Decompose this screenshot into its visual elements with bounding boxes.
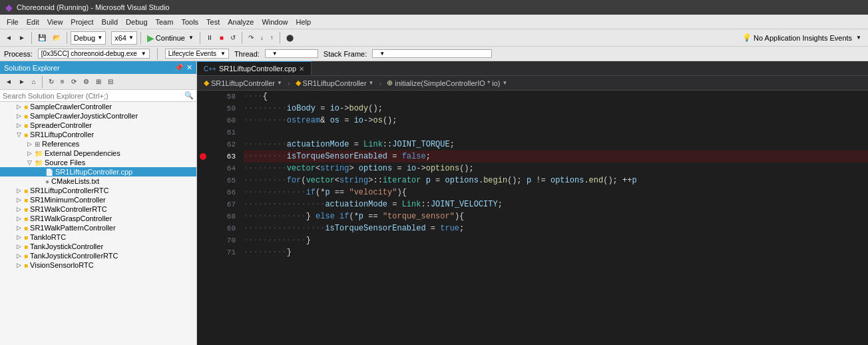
se-expand[interactable]: ⊞ [93,77,104,87]
expand-icon[interactable]: ▽ [13,131,24,138]
arch-dropdown[interactable]: x64 ▼ [111,31,137,45]
toolbar-restart[interactable]: ↺ [228,33,238,43]
expand-icon[interactable]: ▽ [24,159,35,166]
se-refresh[interactable]: ⟳ [69,77,79,87]
toolbar-forward[interactable]: ► [16,33,28,43]
toolbar-back[interactable]: ◄ [3,33,15,43]
se-home[interactable]: ⌂ [29,77,39,87]
menu-edit[interactable]: Edit [23,17,43,27]
debug-mode-dropdown[interactable]: Debug ▼ [71,31,106,45]
expand-icon[interactable]: ▷ [24,150,35,157]
list-item[interactable]: ▷ 📁 External Dependencies [0,149,196,158]
list-item[interactable]: ▷ ■ VisionSensorloRTC [0,260,196,270]
close-button[interactable]: ✕ [186,63,192,72]
dots: ········· [244,115,287,127]
code-token: (* [316,186,325,198]
menu-build[interactable]: Build [98,17,122,27]
se-forward[interactable]: ► [16,77,28,87]
list-item[interactable]: ▷ ■ SampleCrawlerJoystickController [0,111,196,121]
tab-close[interactable]: ✕ [299,65,304,73]
se-filter[interactable]: ≡ [58,77,67,87]
menu-project[interactable]: Project [67,17,97,27]
menu-tools[interactable]: Tools [177,17,202,27]
expand-icon[interactable]: ▷ [13,206,24,212]
expand-icon[interactable]: ▷ [24,141,35,147]
list-item[interactable]: ▷ ■ SR1WalkGraspController [0,214,196,223]
toolbar-step-over[interactable]: ↷ [246,33,256,43]
list-item[interactable]: ▷ ■ SR1LiftupControllerRTC [0,186,196,195]
toolbar-breakpoints[interactable]: ⬤ [284,33,296,43]
toolbar-step-into[interactable]: ↓ [258,33,266,43]
expand-icon[interactable]: ▷ [13,262,24,268]
list-item[interactable]: 📄 SR1LiftupController.cpp [0,167,196,176]
toolbar-pause[interactable]: ⏸ [204,33,216,43]
toolbar-stop[interactable]: ■ [217,33,226,43]
menu-test[interactable]: Test [202,17,224,27]
item-label: TankloRTC [30,233,196,241]
list-item[interactable]: ● CMakeLists.txt [0,176,196,186]
process-dropdown[interactable]: [0x35CC] choreonoid-debug.exe ▼ [38,49,150,59]
continue-button[interactable]: ▶ Continue ▼ [144,31,196,45]
lifecycle-dropdown[interactable]: Lifecycle Events ▼ [165,49,229,59]
code-lines[interactable]: ····{ ·········ioBody = io->body(); ····… [241,91,868,345]
list-item[interactable]: ▷ ■ SampleCrawlerController [0,102,196,111]
se-collapse[interactable]: ⊟ [105,77,116,87]
list-item[interactable]: ▷ ⊞ References [0,139,196,149]
breadcrumb-member[interactable]: ◆ SR1LiftupController ▼ [293,78,377,88]
expand-icon[interactable]: ▷ [13,234,24,240]
list-item[interactable]: ▷ ■ SR1WalkControllerRTC [0,204,196,214]
expand-icon[interactable]: ▷ [13,224,24,231]
insights-button[interactable]: 💡 No Application Insights Events ▼ [738,32,865,43]
expand-icon[interactable]: ▷ [13,215,24,222]
expand-icon[interactable]: ▷ [13,243,24,250]
list-item[interactable]: ▽ 📁 Source Files [0,158,196,167]
stackframe-dropdown[interactable]: ▼ [372,49,492,58]
code-token: options [426,163,459,174]
toolbar-step-out[interactable]: ↑ [268,33,276,43]
list-item[interactable]: ▷ ■ TankJoystickController [0,242,196,251]
expand-icon[interactable]: ▷ [13,113,24,119]
code-token: "torque_sensor" [383,210,455,222]
editor-tab[interactable]: C++ SR1LiftupController.cpp ✕ [197,61,312,75]
toolbar-save[interactable]: 💾 [35,33,49,43]
continue-label: Continue [156,34,185,42]
gutter-line-65 [197,174,209,186]
breadcrumb-class-arrow[interactable]: ▼ [277,80,282,86]
menu-team[interactable]: Team [152,17,178,27]
se-back[interactable]: ◄ [3,77,15,87]
breadcrumb-method-arrow[interactable]: ▼ [503,80,508,86]
menu-view[interactable]: View [43,17,67,27]
expand-icon[interactable]: ▷ [13,196,24,203]
breadcrumb-member-arrow[interactable]: ▼ [369,80,374,86]
menu-help[interactable]: Help [292,17,316,27]
gutter-line-70 [197,234,209,246]
menu-analyze[interactable]: Analyze [224,17,258,27]
list-item[interactable]: ▷ ■ TankloRTC [0,232,196,242]
list-item[interactable]: ▷ ■ SpreaderController [0,121,196,130]
list-item[interactable]: ▷ ■ TankJoystickControllerRTC [0,251,196,260]
expand-icon[interactable]: ▷ [13,103,24,110]
expand-icon[interactable]: ▷ [13,122,24,129]
menu-file[interactable]: File [3,17,23,27]
dots: ············· [244,234,306,246]
expand-icon[interactable]: ▷ [13,252,24,259]
breadcrumb-class[interactable]: ◆ SR1LiftupController ▼ [201,78,285,88]
thread-dropdown[interactable]: ▼ [265,49,318,58]
expand-icon[interactable]: ▷ [13,187,24,194]
code-line-71: ·········} [244,246,868,258]
search-input[interactable] [3,92,184,100]
gutter-line-66 [197,186,209,198]
se-sync[interactable]: ↻ [46,77,57,87]
breadcrumb-method[interactable]: ⊕ initialize(SimpleControllerIO * io) ▼ [384,78,510,88]
search-icon[interactable]: 🔍 [184,91,194,100]
list-item[interactable]: ▷ ■ SR1WalkPatternController [0,223,196,232]
item-label: SR1LiftupController.cpp [55,168,196,176]
toolbar-open[interactable]: 📂 [50,33,63,43]
list-item[interactable]: ▽ ■ SR1LiftupController [0,130,196,139]
menu-window[interactable]: Window [258,17,292,27]
se-settings[interactable]: ⚙ [81,77,92,87]
code-token: options [550,174,584,186]
pin-button[interactable]: 📌 [174,63,184,72]
menu-debug[interactable]: Debug [122,17,151,27]
list-item[interactable]: ▷ ■ SR1MinimumController [0,195,196,204]
